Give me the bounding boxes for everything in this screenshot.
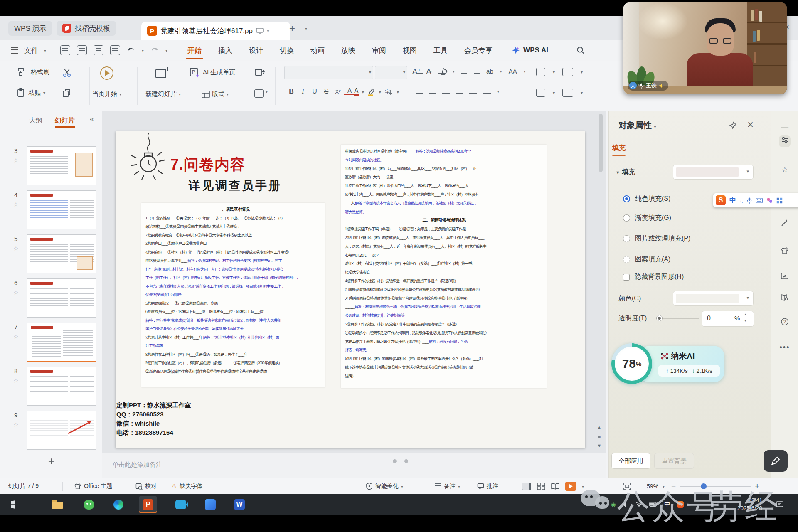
fill-tab[interactable]: 填充 xyxy=(612,144,626,153)
font-style-button[interactable]: U xyxy=(309,88,320,95)
align-right-icon[interactable] xyxy=(442,89,450,94)
change-case-icon[interactable]: AA xyxy=(509,68,517,75)
redo-dropdown-icon[interactable]: ▾ xyxy=(165,48,167,53)
wps-ai-tab[interactable]: WPS AI xyxy=(512,46,548,54)
chevron-down-icon[interactable]: ▾ xyxy=(362,90,364,94)
font-style-button[interactable]: B xyxy=(286,88,297,95)
battery-icon[interactable] xyxy=(649,502,658,507)
wifi-icon[interactable] xyxy=(635,502,643,507)
layout-button[interactable]: 版式 ▾ xyxy=(202,90,229,98)
slide-thumbnail[interactable] xyxy=(27,234,96,273)
ribbon-tab[interactable]: 审阅 xyxy=(369,46,389,55)
new-slide-icon[interactable] xyxy=(155,66,170,82)
chevron-down-icon[interactable]: ▾ xyxy=(654,124,656,129)
ribbon-tab[interactable]: 动画 xyxy=(308,46,327,55)
missing-font-warning[interactable]: ⚠ 缺失字体 xyxy=(171,478,202,494)
questionnaire-image-left[interactable]: 一、居民基本情况 1.（1）您的性别____①男 ②女；（2）年龄____岁；（… xyxy=(141,203,325,387)
taskbar-clock[interactable]: 22:41 2025/6/20 xyxy=(737,496,762,512)
design-clothes-icon[interactable] xyxy=(779,246,791,258)
taskbar-app[interactable]: W xyxy=(230,496,249,513)
taskbar-app[interactable] xyxy=(201,496,219,513)
ribbon-tab[interactable]: 会员专享 xyxy=(462,46,495,55)
taskbar-app[interactable] xyxy=(172,496,190,513)
chevron-down-icon[interactable]: ▾ xyxy=(582,484,584,489)
slide-title[interactable]: 7.问卷内容 xyxy=(170,155,245,175)
align-left-icon[interactable] xyxy=(416,89,423,94)
chevron-down-icon[interactable]: ▾ xyxy=(430,69,432,74)
more-options-icon[interactable]: ••• xyxy=(779,342,791,353)
align-justify-icon[interactable] xyxy=(456,89,463,94)
hide-background-checkbox[interactable]: 隐藏背景图形(H) xyxy=(623,273,684,281)
taskbar-app[interactable] xyxy=(109,496,128,513)
notes-button[interactable]: 备注▾ xyxy=(435,478,460,494)
close-panel-icon[interactable]: ✕ xyxy=(747,120,754,130)
copy-button[interactable] xyxy=(62,89,71,99)
insert-textbox-icon[interactable] xyxy=(562,68,573,76)
security-shield-icon[interactable]: ◉ xyxy=(611,501,616,507)
zoom-out-icon[interactable]: − xyxy=(671,482,676,491)
chevron-down-icon[interactable]: ▾ xyxy=(581,70,583,74)
collapse-panel-icon[interactable]: — xyxy=(779,121,791,132)
taskbar-app[interactable] xyxy=(7,496,25,513)
format-painter-button[interactable]: 格式刷 xyxy=(17,67,49,77)
align-center-icon[interactable] xyxy=(429,89,436,94)
ime-indicator[interactable]: 中 xyxy=(664,500,670,508)
reading-view-icon[interactable] xyxy=(551,483,559,490)
tab-slides[interactable]: 幻灯片 xyxy=(55,116,75,125)
chevron-down-icon[interactable]: ▾ xyxy=(581,91,583,95)
ime-mode-indicator[interactable]: 中 xyxy=(729,196,736,205)
highlight-color-icon[interactable] xyxy=(367,88,376,96)
edit-tool-fab[interactable] xyxy=(764,450,788,472)
cut-button[interactable] xyxy=(62,68,72,79)
ribbon-tab[interactable]: 设计 xyxy=(246,46,266,55)
pagination-dot[interactable] xyxy=(393,459,397,463)
spinner-down-icon[interactable]: ▾ xyxy=(744,318,746,323)
pin-icon[interactable] xyxy=(729,121,737,130)
font-color-icon[interactable]: A xyxy=(354,88,359,96)
ime-skin-icon[interactable] xyxy=(766,197,773,204)
redo-icon[interactable] xyxy=(150,47,159,54)
ime-toolbox-icon[interactable] xyxy=(776,197,783,204)
print-icon[interactable] xyxy=(94,45,103,55)
taskbar-app[interactable] xyxy=(80,496,98,513)
character-spacing-icon[interactable]: 字 xyxy=(384,88,394,96)
star-icon[interactable]: ☆ xyxy=(13,377,19,384)
tab-list-dropdown[interactable]: ▾ xyxy=(303,20,309,37)
slideshow-button[interactable] xyxy=(565,482,576,491)
fill-section-header[interactable]: ▼ 填充 xyxy=(616,168,635,177)
save-icon[interactable] xyxy=(60,45,70,55)
ribbon-tab[interactable]: 切换 xyxy=(277,46,296,55)
chevron-down-icon[interactable]: ▾ xyxy=(500,69,502,74)
slide-thumbnail[interactable] xyxy=(27,146,96,185)
import-export-icon[interactable] xyxy=(254,68,265,79)
star-icon[interactable]: ☆ xyxy=(13,157,19,164)
font-style-button[interactable]: X² xyxy=(332,89,343,95)
chevron-down-icon[interactable]: ▾ xyxy=(453,69,455,74)
ribbon-tab[interactable]: 开始 xyxy=(185,46,204,55)
chevron-down-icon[interactable]: ▾ xyxy=(497,89,499,94)
slide-sorter-view-icon[interactable] xyxy=(537,483,545,490)
nami-ai-widget[interactable]: 78% 纳米AI ↑ 134K/s ↓ 2.1K/s xyxy=(611,343,728,385)
ribbon-tab[interactable]: 插入 xyxy=(216,46,235,55)
chevron-down-icon[interactable]: ▾ xyxy=(379,90,381,94)
help-icon[interactable]: ? xyxy=(779,318,791,329)
chevron-down-icon[interactable]: ▾ xyxy=(553,91,555,95)
fill-option-radio[interactable]: 图片或纹理填充(P) xyxy=(623,234,690,244)
eco-template-icon[interactable] xyxy=(779,272,791,283)
star-icon[interactable]: ☆ xyxy=(13,245,19,252)
volume-icon[interactable] xyxy=(622,502,629,507)
ai-generate-button[interactable]: P AI 生成单页 xyxy=(189,67,235,78)
webcam-video-overlay[interactable]: 人 王铁 xyxy=(623,2,787,94)
chevron-down-icon[interactable]: ▾ xyxy=(663,484,665,489)
file-menu[interactable]: 文件 ▾ xyxy=(11,46,46,55)
contact-info[interactable]: 定制PPT：静水流深工作室QQ：276060523微信：whishile电话：1… xyxy=(116,401,191,437)
search-icon[interactable] xyxy=(576,46,585,54)
previous-slide-button[interactable]: ▲ xyxy=(595,423,603,431)
star-icon[interactable]: ☆ xyxy=(13,333,19,340)
sogou-logo-icon[interactable]: S xyxy=(716,195,726,205)
slide-thumbnail[interactable] xyxy=(27,411,96,450)
action-center-icon[interactable] xyxy=(776,500,784,509)
vertical-scrollbar[interactable] xyxy=(599,114,603,172)
effects-star-icon[interactable]: ☆ xyxy=(779,164,791,175)
transparency-value-box[interactable]: 0 % ▴ ▾ xyxy=(702,311,754,327)
